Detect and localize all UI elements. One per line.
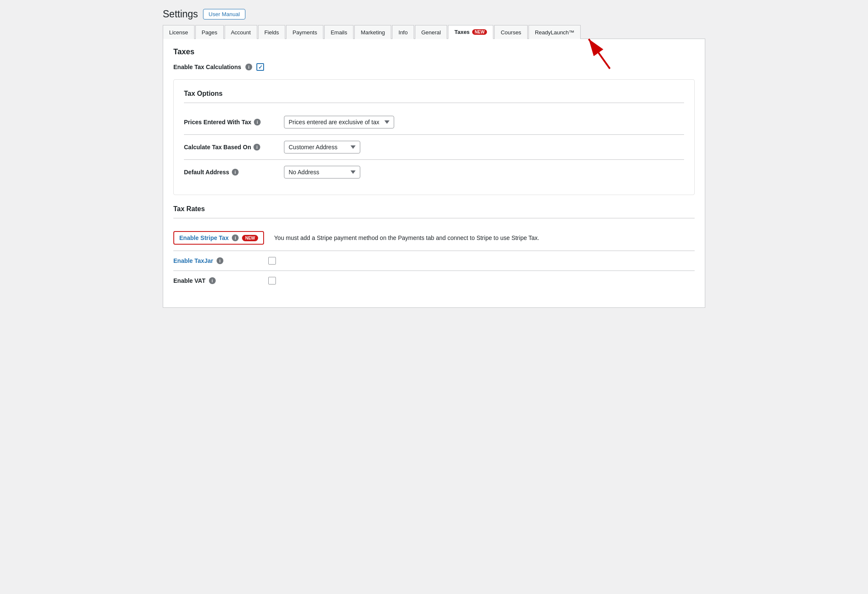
tab-marketing[interactable]: Marketing	[354, 25, 391, 39]
calculate-tax-info-icon[interactable]: i	[253, 144, 260, 151]
user-manual-button[interactable]: User Manual	[203, 9, 245, 20]
enable-tax-label: Enable Tax Calculations	[173, 64, 241, 70]
stripe-tax-description: You must add a Stripe payment method on …	[274, 234, 540, 241]
vat-label-container: Enable VAT i	[173, 277, 258, 284]
tab-account[interactable]: Account	[225, 25, 257, 39]
tab-courses[interactable]: Courses	[494, 25, 527, 39]
prices-entered-label: Prices Entered With Tax i	[184, 119, 277, 125]
tabs-nav: License Pages Account Fields Payments Em…	[163, 25, 705, 39]
default-address-select[interactable]: No Address Shop Base Address	[284, 166, 360, 178]
tab-license[interactable]: License	[163, 25, 195, 39]
calculate-tax-select[interactable]: Customer Address Shop Base Address Billi…	[284, 141, 360, 153]
default-address-info-icon[interactable]: i	[232, 169, 239, 176]
taxjar-row: Enable TaxJar i	[173, 251, 695, 271]
tab-taxes[interactable]: Taxes NEW	[448, 25, 493, 39]
stripe-tax-new-badge: NEW	[242, 235, 258, 241]
tab-pages[interactable]: Pages	[195, 25, 224, 39]
enable-tax-checkbox[interactable]	[256, 63, 264, 71]
enable-tax-row: Enable Tax Calculations i	[173, 63, 695, 71]
vat-checkbox[interactable]	[268, 277, 276, 284]
stripe-tax-label-box: Enable Stripe Tax i NEW	[173, 231, 264, 245]
prices-entered-select[interactable]: Prices entered are exclusive of tax Pric…	[284, 116, 394, 128]
tab-general[interactable]: General	[415, 25, 447, 39]
calculate-tax-label: Calculate Tax Based On i	[184, 144, 277, 151]
content-area: Taxes Enable Tax Calculations i Tax Opti…	[163, 39, 705, 308]
tab-readylaunch[interactable]: ReadyLaunch™	[529, 25, 581, 39]
tax-rates-section: Tax Rates Enable Stripe Tax i NEW You mu…	[173, 205, 695, 290]
tab-payments[interactable]: Payments	[286, 25, 323, 39]
enable-vat-label: Enable VAT	[173, 277, 206, 284]
taxes-new-badge: NEW	[472, 29, 487, 35]
tab-fields[interactable]: Fields	[258, 25, 286, 39]
tab-emails[interactable]: Emails	[324, 25, 353, 39]
taxjar-checkbox[interactable]	[268, 257, 276, 265]
default-address-row: Default Address i No Address Shop Base A…	[184, 160, 684, 184]
taxes-section-title: Taxes	[173, 47, 695, 56]
enable-stripe-tax-link[interactable]: Enable Stripe Tax	[179, 234, 228, 241]
prices-entered-row: Prices Entered With Tax i Prices entered…	[184, 110, 684, 134]
enable-tax-info-icon[interactable]: i	[245, 64, 252, 70]
tax-rates-title: Tax Rates	[173, 205, 695, 218]
tax-options-section: Tax Options Prices Entered With Tax i Pr…	[173, 79, 695, 195]
enable-taxjar-link[interactable]: Enable TaxJar	[173, 257, 213, 264]
tax-options-title: Tax Options	[184, 90, 684, 103]
tabs-list: License Pages Account Fields Payments Em…	[163, 25, 705, 39]
page-header: Settings User Manual	[163, 8, 705, 20]
default-address-label: Default Address i	[184, 169, 277, 176]
stripe-tax-info-icon[interactable]: i	[232, 234, 239, 241]
page-title: Settings	[163, 8, 198, 20]
prices-entered-info-icon[interactable]: i	[254, 119, 261, 125]
tab-info[interactable]: Info	[392, 25, 414, 39]
stripe-tax-row: Enable Stripe Tax i NEW You must add a S…	[173, 225, 695, 251]
taxjar-label-container: Enable TaxJar i	[173, 257, 258, 264]
vat-info-icon[interactable]: i	[209, 277, 216, 284]
vat-row: Enable VAT i	[173, 271, 695, 290]
taxjar-info-icon[interactable]: i	[217, 257, 223, 264]
calculate-tax-row: Calculate Tax Based On i Customer Addres…	[184, 135, 684, 159]
